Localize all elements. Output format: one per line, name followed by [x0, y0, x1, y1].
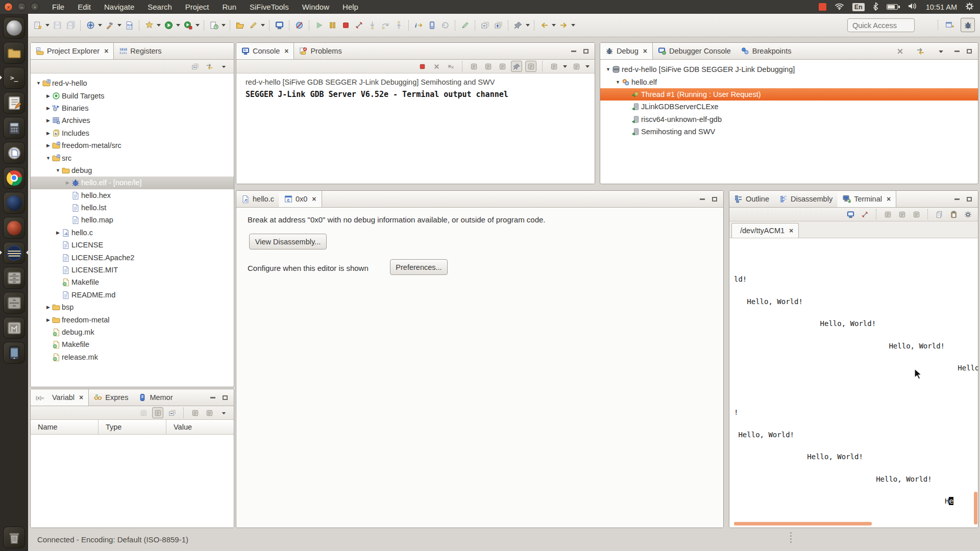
debug-perspective-button[interactable]: [961, 18, 975, 32]
tree-item-freedom-metal[interactable]: ▶freedom-metal: [31, 313, 234, 325]
launcher-icon-calculator[interactable]: [3, 117, 25, 139]
tab-variables[interactable]: (x)= Variabl ×: [31, 389, 89, 406]
tab-console[interactable]: Console ×: [236, 43, 294, 59]
tree-item-riscv64-unknown-elf-gdb[interactable]: riscv64-unknown-elf-gdb: [600, 113, 978, 126]
xx-gray-button[interactable]: [445, 61, 456, 72]
expand-arrow-icon[interactable]: ▶: [44, 106, 52, 111]
dropdown-arrow-icon[interactable]: [175, 19, 181, 32]
show-console-button[interactable]: [525, 61, 536, 72]
tab-problems[interactable]: Problems: [294, 43, 347, 59]
dropdown-arrow-icon[interactable]: [562, 60, 568, 72]
battery-icon[interactable]: [887, 4, 900, 10]
debug-config-button[interactable]: [143, 19, 155, 32]
link-editor-button[interactable]: [204, 61, 215, 72]
tree-item-hello-elf-none-le[interactable]: ▶hello.elf - [none/le]: [31, 177, 234, 189]
new-terminal-button[interactable]: [845, 209, 856, 220]
session-gear-icon[interactable]: [965, 2, 974, 12]
suspend-button[interactable]: [326, 19, 338, 32]
instruction-step-button[interactable]: i: [412, 19, 425, 32]
close-icon[interactable]: ×: [284, 47, 288, 55]
volume-icon[interactable]: [908, 2, 918, 12]
menu-file[interactable]: File: [46, 2, 70, 12]
menu-edit[interactable]: Edit: [72, 2, 96, 12]
back-button[interactable]: [538, 19, 550, 32]
sash-handle[interactable]: [790, 532, 792, 543]
tree-item-hello-hex[interactable]: hello.hex: [31, 189, 234, 202]
console-content[interactable]: red-v-hello [SiFive GDB SEGGER J-Link De…: [236, 73, 595, 184]
clock[interactable]: 10:51 AM: [926, 3, 957, 11]
launcher-icon-chrome[interactable]: [3, 167, 25, 189]
minimize-window-button[interactable]: –: [17, 3, 26, 11]
dropdown-arrow-icon[interactable]: [525, 19, 531, 32]
maximize-window-button[interactable]: ▫: [31, 3, 39, 11]
lock-button[interactable]: [911, 209, 922, 220]
dropdown-arrow-icon[interactable]: [44, 19, 51, 32]
expand-arrow-icon[interactable]: ▶: [64, 180, 71, 185]
launcher-icon-libreoffice[interactable]: [3, 142, 25, 164]
launcher-icon-text-editor[interactable]: [3, 92, 25, 114]
disconnect-button[interactable]: [353, 19, 365, 32]
skip-breakpoints-button[interactable]: [293, 19, 305, 32]
collapse-all-button[interactable]: [166, 407, 178, 418]
close-window-button[interactable]: ×: [4, 3, 13, 11]
preferences-button[interactable]: Preferences...: [390, 259, 448, 275]
tree-item-build-targets[interactable]: ▶Build Targets: [31, 89, 234, 102]
expand-arrow-icon[interactable]: ▶: [44, 143, 52, 148]
dropdown-arrow-icon[interactable]: [220, 19, 227, 32]
copy-button[interactable]: [934, 209, 945, 220]
tab-memory[interactable]: Memor: [133, 389, 178, 406]
terminal-output[interactable]: ld! Hello, World! Hello, World! Hello, W…: [729, 239, 978, 528]
collapse-all-button[interactable]: [479, 19, 491, 32]
settings-button[interactable]: [962, 209, 973, 220]
link-editor-button[interactable]: [914, 45, 926, 57]
menu-run[interactable]: Run: [216, 2, 242, 12]
tree-item-includes[interactable]: ▶hIncludes: [31, 127, 234, 139]
console-view-button[interactable]: [273, 19, 285, 32]
tab-breakpoints[interactable]: Breakpoints: [736, 43, 797, 59]
collapse-arrow-icon[interactable]: ▼: [54, 168, 62, 173]
view-menu-button[interactable]: [218, 61, 229, 72]
tree-item-makefile[interactable]: Makefile: [31, 338, 234, 350]
launcher-icon-drawer-1[interactable]: [3, 267, 25, 289]
x-gray-button[interactable]: [431, 61, 442, 72]
tree-item-makefile[interactable]: Makefile: [31, 276, 234, 288]
pin-button[interactable]: [512, 19, 524, 32]
word-wrap-button[interactable]: [497, 61, 508, 72]
tree-item-semihosting-and-swv[interactable]: Semihosting and SWV: [600, 126, 978, 138]
column-header-name[interactable]: Name: [31, 420, 99, 434]
dropdown-arrow-icon[interactable]: [551, 19, 557, 32]
scroll-lock-button[interactable]: [882, 209, 893, 220]
expand-all-button[interactable]: [492, 19, 504, 32]
view-disassembly-button[interactable]: View Disassembly...: [249, 234, 327, 249]
tree-item-hello-c[interactable]: ▶.chello.c: [31, 227, 234, 239]
disconnect-button[interactable]: [859, 209, 870, 220]
expand-arrow-icon[interactable]: ▶: [54, 230, 62, 235]
tree-item-hello-lst[interactable]: hello.lst: [31, 202, 234, 214]
launcher-icon-system-red[interactable]: [3, 217, 25, 239]
tree-item-license[interactable]: LICENSE: [31, 239, 234, 251]
terminate-button[interactable]: [339, 19, 352, 32]
minimize-view-icon[interactable]: [954, 51, 960, 52]
maximize-view-icon[interactable]: [583, 49, 589, 54]
dropdown-arrow-icon[interactable]: [570, 19, 576, 32]
view-menu-button[interactable]: [935, 45, 947, 57]
open-perspective-button[interactable]: [942, 18, 957, 32]
tab-0x0[interactable]: c 0x0 ×: [279, 191, 322, 207]
expand-arrow-icon[interactable]: ▶: [44, 317, 52, 322]
collapse-arrow-icon[interactable]: ▼: [35, 81, 42, 86]
profile-button[interactable]: [208, 19, 220, 32]
horizontal-scrollbar[interactable]: [734, 522, 872, 525]
menu-search[interactable]: Search: [142, 2, 178, 12]
launcher-icon-files[interactable]: [3, 42, 25, 64]
dropdown-arrow-icon[interactable]: [260, 19, 266, 32]
tab-debugger-console[interactable]: Debugger Console: [653, 43, 736, 59]
tree-item-readme-md[interactable]: README.md: [31, 289, 234, 301]
minimize-view-icon[interactable]: [571, 51, 576, 52]
launcher-icon-drawer-2[interactable]: [3, 292, 25, 314]
annotate-button[interactable]: [459, 19, 471, 32]
tab-registers[interactable]: 10100101 Registers: [114, 43, 166, 59]
tab-debug[interactable]: Debug ×: [600, 43, 653, 59]
tree-mode-button[interactable]: [152, 407, 163, 418]
column-header-value[interactable]: Value: [166, 420, 192, 434]
collapse-arrow-icon[interactable]: ▼: [614, 80, 622, 85]
